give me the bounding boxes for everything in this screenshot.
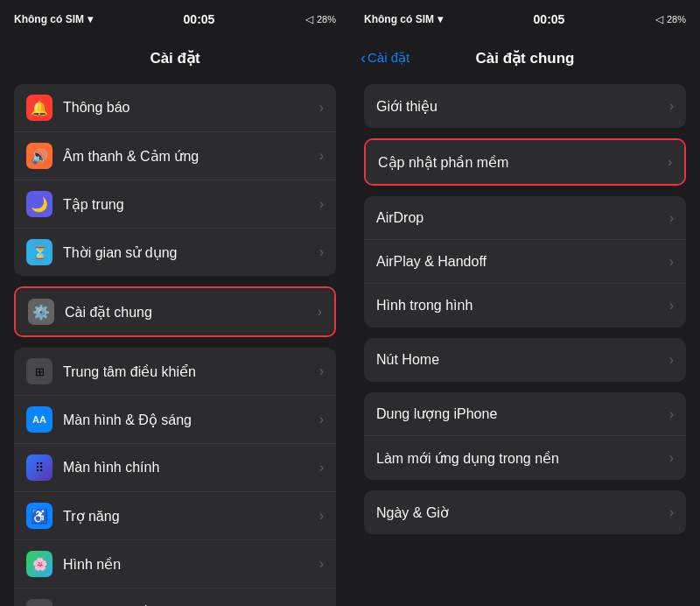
airdrop-chevron: › bbox=[669, 210, 674, 226]
home-screen-chevron: › bbox=[319, 460, 324, 476]
row-accessibility[interactable]: ♿ Trợ năng › bbox=[14, 492, 336, 540]
display-label: Màn hình & Độ sáng bbox=[63, 412, 319, 428]
about-label: Giới thiệu bbox=[376, 98, 669, 115]
row-home-screen[interactable]: ⠿ Màn hình chính › bbox=[14, 444, 336, 492]
general-icon: ⚙️ bbox=[28, 299, 54, 325]
row-airplay[interactable]: AirPlay & Handoff › bbox=[364, 240, 686, 284]
accessibility-icon: ♿ bbox=[26, 503, 52, 529]
screentime-label: Thời gian sử dụng bbox=[63, 244, 319, 261]
settings-group-1: 🔔 Thông báo › 🔊 Âm thanh & Cảm ứng › 🌙 T… bbox=[14, 84, 336, 276]
row-software-update[interactable]: Cập nhật phần mềm › bbox=[366, 140, 684, 184]
bg-refresh-label: Làm mới ứng dụng trong nền bbox=[376, 450, 669, 467]
row-notifications[interactable]: 🔔 Thông báo › bbox=[14, 84, 336, 132]
home-button-label: Nút Home bbox=[376, 352, 669, 368]
screentime-chevron: › bbox=[319, 244, 324, 260]
right-group-5: Ngày & Giờ › bbox=[364, 490, 686, 534]
scroll-area-right[interactable]: Giới thiệu › Cập nhật phần mềm › AirDrop… bbox=[350, 77, 700, 606]
focus-label: Tập trung bbox=[63, 196, 319, 213]
row-date-time[interactable]: Ngày & Giờ › bbox=[364, 490, 686, 534]
battery-pct-left: 28% bbox=[317, 14, 336, 25]
home-button-chevron: › bbox=[669, 352, 674, 368]
time-right: 00:05 bbox=[534, 12, 565, 26]
notifications-chevron: › bbox=[319, 100, 324, 116]
bg-refresh-chevron: › bbox=[669, 450, 674, 466]
status-bar-right: Không có SIM ▾ 00:05 ◁ 28% bbox=[350, 0, 700, 39]
right-panel: Không có SIM ▾ 00:05 ◁ 28% ‹ Cài đặt Cài… bbox=[350, 0, 700, 606]
home-screen-icon: ⠿ bbox=[26, 454, 52, 481]
nav-bar-right: ‹ Cài đặt Cài đặt chung bbox=[350, 39, 700, 77]
nav-bar-left: Cài đặt bbox=[0, 39, 350, 77]
home-screen-label: Màn hình chính bbox=[63, 460, 319, 476]
left-panel: Không có SIM ▾ 00:05 ◁ 28% Cài đặt 🔔 Thô… bbox=[0, 0, 350, 606]
notifications-icon: 🔔 bbox=[26, 95, 52, 121]
general-label: Cài đặt chung bbox=[65, 304, 318, 321]
software-update-chevron: › bbox=[668, 154, 672, 170]
row-general[interactable]: ⚙️ Cài đặt chung › bbox=[16, 288, 334, 335]
battery-left: ◁ 28% bbox=[305, 13, 336, 25]
row-screentime[interactable]: ⏳ Thời gian sử dụng › bbox=[14, 229, 336, 276]
carrier-left: Không có SIM ▾ bbox=[14, 13, 93, 25]
row-control-center[interactable]: ⊞ Trung tâm điều khiển › bbox=[14, 348, 336, 396]
accessibility-label: Trợ năng bbox=[63, 508, 319, 525]
battery-pct-right: 28% bbox=[667, 14, 686, 25]
sound-icon: 🔊 bbox=[26, 143, 52, 169]
notifications-label: Thông báo bbox=[63, 100, 319, 116]
nav-back-label: Cài đặt bbox=[368, 50, 410, 66]
row-sound[interactable]: 🔊 Âm thanh & Cảm ứng › bbox=[14, 132, 336, 180]
control-center-icon: ⊞ bbox=[26, 358, 52, 384]
focus-chevron: › bbox=[319, 196, 324, 212]
right-group-3: Nút Home › bbox=[364, 338, 686, 382]
right-group-4: Dung lượng iPhone › Làm mới ứng dụng tro… bbox=[364, 392, 686, 480]
airdrop-label: AirDrop bbox=[376, 210, 669, 226]
row-home-button[interactable]: Nút Home › bbox=[364, 338, 686, 382]
wallpaper-icon: 🌸 bbox=[26, 551, 52, 577]
row-siri[interactable]: 🎙 Siri & Tìm kiếm › bbox=[14, 588, 336, 606]
display-icon: AA bbox=[26, 406, 52, 433]
battery-icon-right: ◁ bbox=[655, 13, 663, 25]
scroll-area-left[interactable]: 🔔 Thông báo › 🔊 Âm thanh & Cảm ứng › 🌙 T… bbox=[0, 77, 350, 606]
screentime-icon: ⏳ bbox=[26, 239, 52, 265]
nav-title-left: Cài đặt bbox=[150, 49, 200, 67]
nav-back-button[interactable]: ‹ Cài đặt bbox=[360, 50, 410, 66]
carrier-text-left: Không có SIM bbox=[14, 13, 84, 25]
wifi-icon-left: ▾ bbox=[88, 13, 93, 25]
carrier-right: Không có SIM ▾ bbox=[364, 13, 443, 25]
general-chevron: › bbox=[318, 304, 322, 320]
control-center-label: Trung tâm điều khiển bbox=[63, 363, 319, 380]
row-display[interactable]: AA Màn hình & Độ sáng › bbox=[14, 396, 336, 444]
highlighted-update-group[interactable]: Cập nhật phần mềm › bbox=[364, 138, 686, 186]
row-wallpaper[interactable]: 🌸 Hình nền › bbox=[14, 540, 336, 588]
time-left: 00:05 bbox=[184, 12, 215, 26]
row-storage[interactable]: Dung lượng iPhone › bbox=[364, 392, 686, 436]
highlighted-general-row[interactable]: ⚙️ Cài đặt chung › bbox=[14, 286, 336, 337]
siri-icon: 🎙 bbox=[26, 599, 52, 606]
control-center-chevron: › bbox=[319, 363, 324, 379]
wifi-icon-right: ▾ bbox=[438, 13, 443, 25]
about-chevron: › bbox=[669, 98, 674, 114]
row-bg-refresh[interactable]: Làm mới ứng dụng trong nền › bbox=[364, 436, 686, 480]
display-chevron: › bbox=[319, 412, 324, 427]
sound-label: Âm thanh & Cảm ứng bbox=[63, 148, 319, 165]
storage-label: Dung lượng iPhone bbox=[376, 405, 669, 422]
airplay-label: AirPlay & Handoff bbox=[376, 254, 669, 270]
carrier-text-right: Không có SIM bbox=[364, 13, 434, 25]
date-time-label: Ngày & Giờ bbox=[376, 504, 669, 521]
settings-group-2: ⊞ Trung tâm điều khiển › AA Màn hình & Đ… bbox=[14, 348, 336, 606]
row-pip[interactable]: Hình trong hình › bbox=[364, 284, 686, 328]
battery-right: ◁ 28% bbox=[655, 13, 686, 25]
back-chevron-icon: ‹ bbox=[360, 50, 366, 66]
software-update-label: Cập nhật phần mềm bbox=[378, 154, 668, 171]
wallpaper-label: Hình nền bbox=[63, 556, 319, 573]
battery-icon-left: ◁ bbox=[305, 13, 313, 25]
airplay-chevron: › bbox=[669, 254, 674, 270]
wallpaper-chevron: › bbox=[319, 556, 324, 572]
row-airdrop[interactable]: AirDrop › bbox=[364, 196, 686, 240]
storage-chevron: › bbox=[669, 406, 674, 422]
row-focus[interactable]: 🌙 Tập trung › bbox=[14, 180, 336, 229]
sound-chevron: › bbox=[319, 148, 324, 164]
focus-icon: 🌙 bbox=[26, 191, 52, 217]
status-bar-left: Không có SIM ▾ 00:05 ◁ 28% bbox=[0, 0, 350, 39]
date-time-chevron: › bbox=[669, 504, 674, 520]
row-about[interactable]: Giới thiệu › bbox=[364, 84, 686, 128]
nav-title-right: Cài đặt chung bbox=[476, 49, 575, 67]
